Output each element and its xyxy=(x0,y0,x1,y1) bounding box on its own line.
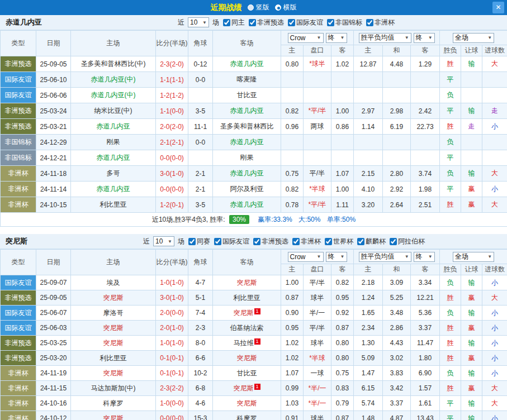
home-team: 赤道几内亚 xyxy=(71,182,156,197)
result-goals: 大 xyxy=(482,290,507,306)
handicap-line: *平/半 xyxy=(304,103,331,119)
filter-kirin-cup[interactable]: 麒麟杯 xyxy=(355,237,386,246)
final-odds-select[interactable]: 终▼ xyxy=(414,33,435,43)
bookmaker-select[interactable]: Crow▼ xyxy=(288,33,324,43)
result-handicap: 赢 xyxy=(461,351,482,366)
col-ah-away: 客 xyxy=(331,264,354,275)
result-goals: 大 xyxy=(482,381,507,396)
match-score: 0-1(0-1) xyxy=(156,366,188,381)
checkbox[interactable] xyxy=(325,238,332,245)
chevron-down-icon: ▼ xyxy=(317,254,321,259)
result-wdl: 胜 xyxy=(440,321,461,336)
ah-home-odds: 0.90 xyxy=(281,306,304,321)
checkbox[interactable] xyxy=(288,19,295,26)
home-team: 利比里亚 xyxy=(71,197,156,213)
checkbox[interactable] xyxy=(223,19,230,26)
checkbox[interactable] xyxy=(327,19,334,26)
eu-away-odds: 3.74 xyxy=(411,166,440,182)
filter-afcon[interactable]: 非洲杯 xyxy=(364,18,395,27)
checkbox[interactable] xyxy=(214,238,221,245)
col-home: 主场 xyxy=(71,31,156,56)
filter-arab-cup[interactable]: 阿拉伯杯 xyxy=(387,237,425,246)
radio-vertical-layout[interactable]: 竖版 xyxy=(248,3,269,12)
match-date: 24-11-19 xyxy=(36,366,71,381)
result-goals: 大 xyxy=(482,197,507,213)
near-count-select[interactable]: 10▼ xyxy=(188,17,209,27)
result-goals: 走 xyxy=(482,103,507,119)
ah-away-odds: 0.80 xyxy=(331,351,354,366)
ah-away-odds: 1.11 xyxy=(331,197,354,213)
filter-africa-qualifier[interactable]: 非洲预选 xyxy=(247,18,284,27)
eu-draw-odds: 2.98 xyxy=(383,103,411,119)
col-type: 类型 xyxy=(1,250,36,275)
team-label: 多哥 xyxy=(107,169,120,177)
final-odds-select[interactable]: 终▼ xyxy=(414,252,435,262)
col-handicap: 盘口 xyxy=(304,45,331,56)
checkbox[interactable] xyxy=(253,238,260,245)
home-team: 科摩罗 xyxy=(71,396,156,411)
matches-table: 类型 日期 主场 比分(半场) 角球 客场 Crow▼ 终▼ 胜平负均值▼ 终▼… xyxy=(0,249,507,420)
eu-draw-odds xyxy=(383,88,411,103)
result-goals xyxy=(482,72,507,88)
ah-away-odds: 1.00 xyxy=(331,103,354,119)
checkbox[interactable] xyxy=(366,19,373,26)
close-icon[interactable]: ✕ xyxy=(492,2,504,13)
filter-chan[interactable]: 非国锦标 xyxy=(325,18,362,27)
match-score: 1-2(1-2) xyxy=(156,88,188,103)
eu-home-odds: 6.15 xyxy=(354,381,383,396)
checkbox[interactable] xyxy=(188,238,196,245)
match-row: 非洲预选25-03-20利比里亚0-1(0-1)6-6突尼斯1.02*半球0.8… xyxy=(1,351,507,366)
result-goals: 小 xyxy=(482,366,507,381)
final-odds-select[interactable]: 终▼ xyxy=(326,33,347,43)
team-label: 赤道几内亚 xyxy=(230,138,264,146)
filter-worldcup[interactable]: 世界杯 xyxy=(323,237,353,246)
match-row: 非洲预选25-03-25突尼斯1-0(1-0)8-0马拉维11.02球半0.80… xyxy=(1,336,507,351)
filter-africa-qualifier[interactable]: 非洲预选 xyxy=(251,237,288,246)
match-score: 2-0(1-0) xyxy=(156,321,188,336)
final-odds-select[interactable]: 终▼ xyxy=(326,252,347,262)
match-type: 非洲杯 xyxy=(1,396,36,411)
col-eu-draw: 和 xyxy=(383,264,411,275)
checkbox[interactable] xyxy=(357,238,364,245)
corner-score: 10-2 xyxy=(188,366,213,381)
eu-home-odds: 12.87 xyxy=(354,56,383,72)
col-date: 日期 xyxy=(36,250,71,275)
ah-away-odds: 0.82 xyxy=(331,275,354,290)
col-eu-draw: 和 xyxy=(383,45,411,56)
red-card-badge: 1 xyxy=(254,384,260,390)
result-handicap: 输 xyxy=(461,336,482,351)
checkbox[interactable] xyxy=(292,238,300,245)
checkbox[interactable] xyxy=(249,19,256,26)
result-wdl: 胜 xyxy=(440,336,461,351)
red-card-badge: 1 xyxy=(254,308,260,314)
near-count-select[interactable]: 10▼ xyxy=(153,236,174,246)
checkbox[interactable] xyxy=(390,238,397,245)
filter-same-competition[interactable]: 同赛 xyxy=(186,237,210,246)
match-date: 24-10-15 xyxy=(36,197,71,213)
match-score: 2-3(2-2) xyxy=(156,381,188,396)
corner-score: 7-4 xyxy=(188,306,213,321)
eu-away-odds: 13.43 xyxy=(411,411,440,420)
filter-friendly[interactable]: 国际友谊 xyxy=(286,18,323,27)
eu-draw-odds: 3.48 xyxy=(383,306,411,321)
match-scope-select[interactable]: 全场▼ xyxy=(453,252,494,262)
match-date: 25-03-25 xyxy=(36,336,71,351)
avg-odds-select[interactable]: 胜平负均值▼ xyxy=(359,252,411,262)
eu-away-odds xyxy=(411,135,440,150)
radio-horizontal-layout[interactable]: 横版 xyxy=(275,3,297,12)
avg-odds-select[interactable]: 胜平负均值▼ xyxy=(359,33,411,43)
handicap-line: 平/半 xyxy=(304,275,331,290)
match-date: 25-09-05 xyxy=(36,56,71,72)
filter-friendly[interactable]: 国际友谊 xyxy=(212,237,249,246)
filter-afcon[interactable]: 非洲杯 xyxy=(290,237,321,246)
match-row: 国际友谊25-06-06赤道几内亚(中)1-2(1-2)甘比亚负 xyxy=(1,88,507,103)
team-label: 伯基纳法索 xyxy=(230,324,264,332)
corner-score: 2-1 xyxy=(188,166,213,182)
team-label: 利比里亚 xyxy=(100,201,127,208)
bookmaker-select[interactable]: Crow▼ xyxy=(288,252,324,262)
home-team: 突尼斯 xyxy=(71,411,156,420)
filter-same-home[interactable]: 同主 xyxy=(221,18,245,27)
team-label: 利比里亚 xyxy=(234,294,260,302)
col-score: 比分(半场) xyxy=(156,31,188,56)
match-scope-select[interactable]: 全场▼ xyxy=(453,33,494,43)
